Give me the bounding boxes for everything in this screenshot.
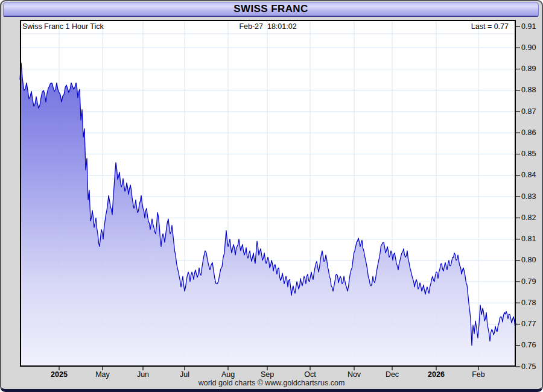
- y-axis-label: 0.84: [521, 171, 542, 179]
- y-axis-label: 0.88: [521, 86, 542, 94]
- x-axis-label: Jul: [170, 370, 199, 379]
- y-axis-label: 0.90: [521, 43, 542, 52]
- x-axis-label: Jun: [129, 370, 157, 379]
- y-axis-label: 0.89: [521, 65, 542, 73]
- y-axis-label: 0.86: [521, 128, 542, 137]
- last-price-label: Last = 0.77: [471, 22, 509, 31]
- y-axis-label: 0.77: [521, 320, 542, 328]
- x-axis-label: Dec: [378, 370, 407, 379]
- chart-window: SWISS FRANC Swiss Franc 1 Hour Tick Feb-…: [0, 0, 543, 392]
- y-axis-label: 0.81: [521, 235, 542, 243]
- x-axis-label: Oct: [296, 370, 325, 379]
- y-axis-label: 0.83: [521, 192, 542, 201]
- x-axis-label: Sep: [253, 370, 282, 379]
- x-axis-label: May: [88, 370, 117, 379]
- x-axis-label: Aug: [214, 370, 243, 379]
- y-axis-label: 0.78: [521, 299, 542, 307]
- y-axis-label: 0.75: [521, 362, 542, 371]
- y-axis-label: 0.79: [521, 277, 542, 286]
- y-axis-label: 0.87: [521, 107, 542, 116]
- price-chart-svg: [20, 20, 516, 367]
- y-axis-label: 0.76: [521, 341, 542, 349]
- y-axis-label: 0.80: [521, 256, 542, 264]
- x-axis-label: 2026: [422, 370, 451, 379]
- window-title: SWISS FRANC: [233, 3, 308, 15]
- footer-credit: world gold charts © www.goldchartsrus.co…: [0, 379, 543, 387]
- y-axis-label: 0.85: [521, 150, 542, 158]
- y-axis-label: 0.82: [521, 213, 542, 222]
- x-axis-label: Nov: [340, 370, 369, 379]
- window-titlebar: SWISS FRANC: [3, 2, 539, 17]
- x-axis-label: Feb: [464, 370, 493, 379]
- timestamp-label: Feb-27 18:01:02: [20, 22, 516, 31]
- plot-area: Swiss Franc 1 Hour Tick Feb-27 18:01:02 …: [20, 20, 516, 367]
- y-axis-label: 0.91: [521, 22, 542, 31]
- x-axis-label: 2025: [45, 370, 74, 379]
